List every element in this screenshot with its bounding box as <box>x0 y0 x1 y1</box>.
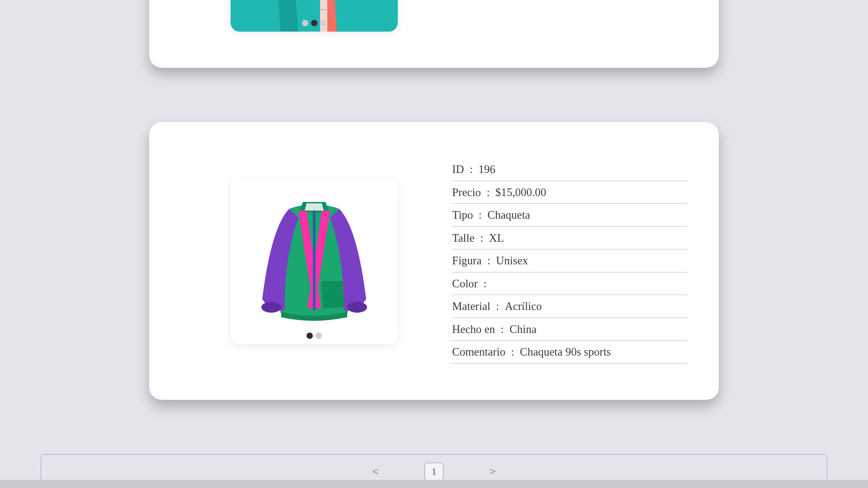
svg-rect-16 <box>313 211 316 310</box>
svg-point-14 <box>261 302 281 313</box>
detail-label: Hecho en <box>452 321 495 338</box>
detail-label: Material <box>452 298 491 315</box>
detail-hecho-en: Hecho en : China <box>452 318 687 341</box>
carousel-dot[interactable] <box>311 20 317 26</box>
detail-separator: : <box>481 184 495 201</box>
prev-page-button[interactable]: < <box>367 464 384 479</box>
detail-talle: Talle : XL <box>452 227 687 250</box>
detail-tipo: Tipo : Chaqueta <box>452 204 687 227</box>
horizontal-scrollbar[interactable] <box>0 480 868 488</box>
detail-label: Figura <box>452 252 481 269</box>
detail-label: Precio <box>452 184 481 201</box>
detail-value: Chaqueta 90s sports <box>520 343 611 361</box>
product-image-carousel[interactable] <box>231 0 398 32</box>
detail-value: 196 <box>478 161 495 178</box>
detail-separator: : <box>481 252 496 269</box>
carousel-dot[interactable] <box>307 333 313 339</box>
detail-label: Talle <box>452 230 475 247</box>
detail-id: ID : 196 <box>452 158 687 181</box>
detail-figura: Figura : Unisex <box>452 249 687 272</box>
product-details: ID : 196 Precio : $15,000.00 Tipo : Chaq… <box>452 158 687 364</box>
detail-color: Color : <box>452 272 687 296</box>
jacket-image <box>231 0 398 32</box>
detail-separator: : <box>473 206 487 224</box>
svg-point-15 <box>347 302 367 313</box>
svg-rect-0 <box>231 0 398 32</box>
product-image-carousel[interactable] <box>231 177 398 344</box>
detail-separator: : <box>491 298 505 315</box>
detail-separator: : <box>464 161 478 178</box>
detail-value: Chaqueta <box>487 206 530 224</box>
detail-material: Material : Acrílico <box>452 295 687 318</box>
carousel-dots <box>231 333 398 339</box>
detail-precio: Precio : $15,000.00 <box>452 181 687 204</box>
detail-label: Tipo <box>452 206 473 224</box>
detail-separator: : <box>478 275 492 292</box>
product-card: Comentario : Chaqueta 90 deportiva <box>149 0 719 68</box>
detail-separator: : <box>505 343 520 361</box>
detail-value: Acrílico <box>505 298 542 315</box>
detail-label: ID <box>452 161 464 178</box>
detail-comentario: Comentario : Chaqueta 90s sports <box>452 341 687 364</box>
svg-rect-1 <box>320 0 327 32</box>
svg-rect-12 <box>321 9 327 10</box>
carousel-dots <box>231 20 398 26</box>
product-card: ID : 196 Precio : $15,000.00 Tipo : Chaq… <box>149 122 719 400</box>
detail-value: XL <box>489 230 504 247</box>
next-page-button[interactable]: > <box>484 464 501 479</box>
current-page-number[interactable]: 1 <box>425 463 443 481</box>
detail-label: Comentario <box>452 343 505 361</box>
jacket-image <box>231 177 398 344</box>
carousel-dot[interactable] <box>320 20 326 26</box>
carousel-dot[interactable] <box>302 20 308 26</box>
detail-label: Color <box>452 275 478 292</box>
detail-value: China <box>509 321 537 338</box>
detail-separator: : <box>495 321 509 338</box>
detail-separator: : <box>475 230 489 247</box>
carousel-dot[interactable] <box>316 333 322 339</box>
detail-value: $15,000.00 <box>495 184 547 201</box>
detail-value: Unisex <box>496 252 528 269</box>
